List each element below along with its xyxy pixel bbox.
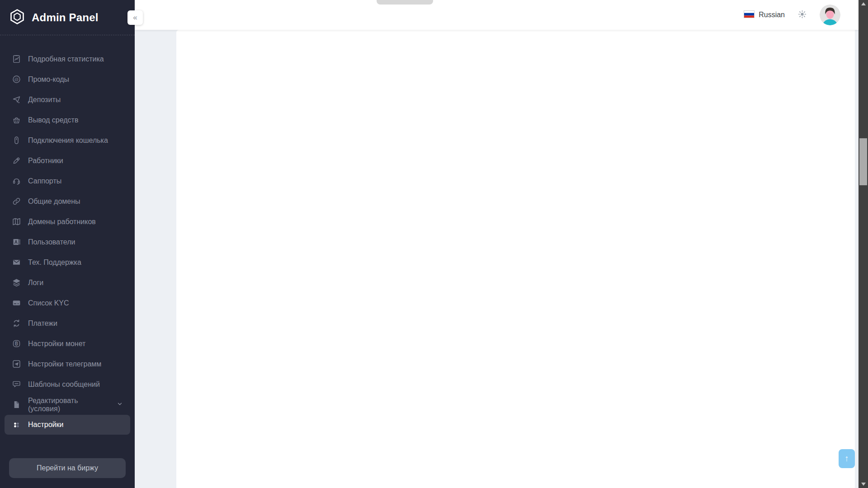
sidebar-item-label: Подключения кошелька [28,136,108,145]
app-logo-icon [9,9,25,27]
sidebar-item-label: Пользователи [28,238,75,246]
sidebar-item-label: Промо-коды [28,75,69,84]
sidebar-item-label: Депозиты [28,96,61,104]
sidebar-item-label: Настройки монет [28,340,85,348]
sidebar-item-label: Подробная статистика [28,55,104,63]
scrollbar-thumb[interactable] [859,138,867,185]
sidebar-item-label: Редактировать (условия) [28,397,110,413]
sidebar-item-settings[interactable]: Настройки [5,415,130,435]
sidebar-item-label: Вывод средств [28,116,78,124]
sidebar-item-kyc-list[interactable]: Список KYC [0,293,135,313]
sidebar-item-deposits[interactable]: Депозиты [0,89,135,110]
sidebar-item-telegram-settings[interactable]: Настройки телеграмм [0,354,135,374]
link-icon [12,197,21,206]
topbar: Russian [135,0,859,30]
map-icon [12,217,21,226]
sidebar-collapse-button[interactable]: « [127,10,143,25]
refresh-icon [12,319,21,328]
user-avatar[interactable] [820,5,840,25]
sidebar-item-supports[interactable]: Саппорты [0,171,135,191]
file-icon [12,400,21,409]
content-card [176,30,855,488]
svg-text:B: B [15,341,18,346]
stats-icon [12,54,21,64]
scrollbar-down-arrow[interactable] [859,480,868,488]
telegram-icon [12,359,21,369]
sidebar-item-message-templates[interactable]: Шаблоны сообщений [0,374,135,394]
sidebar-header: Admin Panel [0,0,135,35]
basket-icon [12,115,21,125]
grid-dots-icon [12,420,21,430]
vertical-scrollbar[interactable] [859,0,868,488]
sidebar-item-workers[interactable]: Работники [0,150,135,171]
language-selector[interactable]: Russian [744,10,785,20]
sidebar-item-users[interactable]: Пользователи [0,232,135,252]
id-card-icon [12,237,21,247]
envelope-icon [12,258,21,267]
theme-toggle-sun-icon[interactable] [797,9,807,21]
language-label: Russian [759,11,785,19]
svg-text:@: @ [14,77,19,82]
rocket-icon [12,156,21,165]
window-drag-handle [377,0,433,5]
sidebar-item-label: Платежи [28,319,57,328]
sidebar-item-label: Настройки телеграмм [28,360,101,368]
scroll-to-top-button[interactable]: ↑ [839,449,855,468]
deposits-icon [12,95,21,104]
go-to-exchange-button[interactable]: Перейти на биржу [9,458,126,478]
sidebar-item-payments[interactable]: Платежи [0,313,135,333]
sidebar-item-label: Саппорты [28,177,61,185]
bitcoin-icon: B [12,339,21,348]
sidebar-item-promo-codes[interactable]: @ Промо-коды [0,69,135,89]
sidebar-item-tech-support[interactable]: Тех. Поддержка [0,252,135,272]
sidebar-item-label: Общие домены [28,197,80,206]
topbar-right: Russian [744,0,840,30]
sidebar-item-edit-terms[interactable]: Редактировать (условия) [0,394,135,415]
mouse-icon [12,136,21,145]
sidebar-item-label: Работники [28,157,63,165]
sidebar-item-worker-domains[interactable]: Домены работников [0,211,135,232]
sidebar-item-shared-domains[interactable]: Общие домены [0,191,135,211]
app-title: Admin Panel [32,11,99,24]
sidebar-item-detailed-stats[interactable]: Подробная статистика [0,49,135,69]
sidebar-item-label: Настройки [28,421,63,429]
scrollbar-up-arrow[interactable] [859,0,868,8]
russian-flag-icon [744,10,755,20]
sidebar-item-coin-settings[interactable]: B Настройки монет [0,333,135,354]
sidebar-item-label: Логи [28,279,43,287]
sidebar-item-withdrawals[interactable]: Вывод средств [0,110,135,130]
sidebar-item-label: Шаблоны сообщений [28,380,100,389]
message-icon [12,380,21,389]
headset-icon [12,176,21,186]
sidebar-item-label: Тех. Поддержка [28,258,81,267]
credit-card-icon [12,298,21,308]
sidebar-item-label: Домены работников [28,218,96,226]
sidebar-item-logs[interactable]: Логи [0,272,135,293]
chevron-down-icon [117,401,123,409]
sidebar-menu: Подробная статистика @ Промо-коды Депози… [0,35,135,435]
sidebar-item-label: Список KYC [28,299,69,307]
at-sign-icon: @ [12,75,21,84]
sidebar: Admin Panel Подробная статистика @ Промо… [0,0,135,488]
sidebar-item-wallet-connections[interactable]: Подключения кошелька [0,130,135,150]
layers-icon [12,278,21,287]
